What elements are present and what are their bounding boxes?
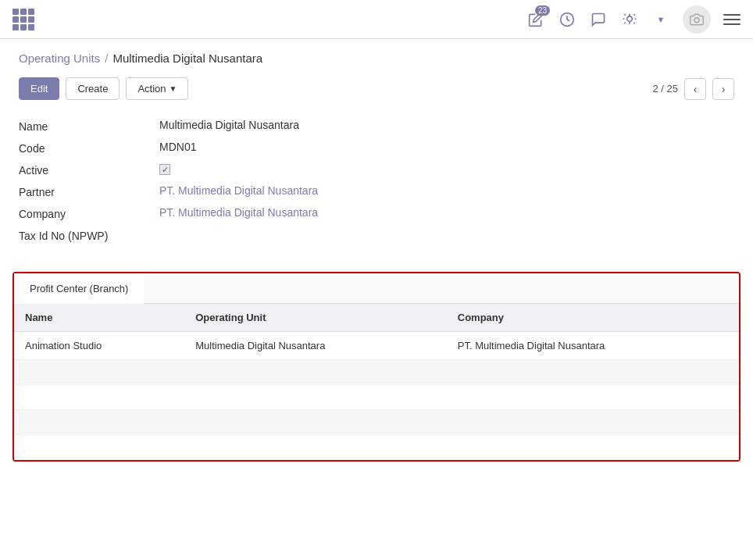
tab-profit-center[interactable]: Profit Center (Branch) <box>14 273 144 304</box>
hamburger-icon[interactable] <box>723 14 741 25</box>
breadcrumb-separator: / <box>105 52 108 65</box>
cell-operating-unit: Multimedia Digital Nusantara <box>184 332 447 360</box>
pagination-text: 2 / 25 <box>652 83 678 95</box>
breadcrumb-parent[interactable]: Operating Units <box>19 52 100 65</box>
dropdown-icon[interactable]: ▼ <box>651 10 670 29</box>
empty-row-4 <box>14 435 739 460</box>
field-name: Name Multimedia Digital Nusantara <box>19 119 734 133</box>
col-operating-unit: Operating Unit <box>184 304 447 332</box>
value-name: Multimedia Digital Nusantara <box>159 119 299 131</box>
tab-section: Profit Center (Branch) Name Operating Un… <box>12 272 741 462</box>
prev-button[interactable]: ‹ <box>684 78 706 100</box>
pagination: 2 / 25 ‹ › <box>652 78 734 100</box>
label-taxid: Tax Id No (NPWP) <box>19 228 159 242</box>
value-company[interactable]: PT. Multimedia Digital Nusantara <box>159 206 318 219</box>
empty-row-1 <box>14 360 739 385</box>
label-active: Active <box>19 162 159 177</box>
table-header-row: Name Operating Unit Company <box>14 304 739 332</box>
label-company: Company <box>19 206 159 220</box>
breadcrumb-current: Multimedia Digital Nusantara <box>112 52 262 65</box>
col-name: Name <box>14 304 184 332</box>
field-active: Active <box>19 162 734 177</box>
apps-icon[interactable] <box>12 9 34 30</box>
field-partner: Partner PT. Multimedia Digital Nusantara <box>19 184 734 198</box>
label-name: Name <box>19 119 159 133</box>
label-partner: Partner <box>19 184 159 198</box>
value-code: MDN01 <box>159 141 196 153</box>
empty-row-2 <box>14 385 739 410</box>
field-taxid: Tax Id No (NPWP) <box>19 228 734 242</box>
edit-icon[interactable]: 23 <box>526 10 545 29</box>
chat-icon[interactable] <box>589 10 608 29</box>
value-partner[interactable]: PT. Multimedia Digital Nusantara <box>159 184 318 197</box>
topbar: 23 ▼ <box>0 0 753 39</box>
cell-company: PT. Multimedia Digital Nusantara <box>447 332 739 360</box>
camera-icon[interactable] <box>683 5 711 34</box>
action-bar: Edit Create Action ▼ 2 / 25 ‹ › <box>0 71 753 112</box>
field-code: Code MDN01 <box>19 141 734 155</box>
action-button[interactable]: Action ▼ <box>126 77 188 100</box>
clock-icon[interactable] <box>558 10 576 29</box>
edit-button[interactable]: Edit <box>19 77 59 100</box>
notification-badge: 23 <box>535 5 550 16</box>
empty-row-3 <box>14 410 739 435</box>
next-button[interactable]: › <box>712 78 734 100</box>
profit-center-table: Name Operating Unit Company Animation St… <box>14 304 739 460</box>
cell-name: Animation Studio <box>14 332 184 360</box>
action-dropdown-arrow: ▼ <box>170 84 177 93</box>
breadcrumb: Operating Units / Multimedia Digital Nus… <box>0 39 753 71</box>
create-button[interactable]: Create <box>66 77 120 100</box>
field-company: Company PT. Multimedia Digital Nusantara <box>19 206 734 220</box>
col-company: Company <box>447 304 739 332</box>
label-code: Code <box>19 141 159 155</box>
tab-header: Profit Center (Branch) <box>14 273 739 304</box>
bug-icon[interactable] <box>620 10 639 29</box>
form-section: Name Multimedia Digital Nusantara Code M… <box>0 112 753 266</box>
svg-point-1 <box>627 16 633 21</box>
svg-point-2 <box>694 17 699 22</box>
table-row[interactable]: Animation Studio Multimedia Digital Nusa… <box>14 332 739 360</box>
active-checkbox[interactable] <box>159 164 170 175</box>
